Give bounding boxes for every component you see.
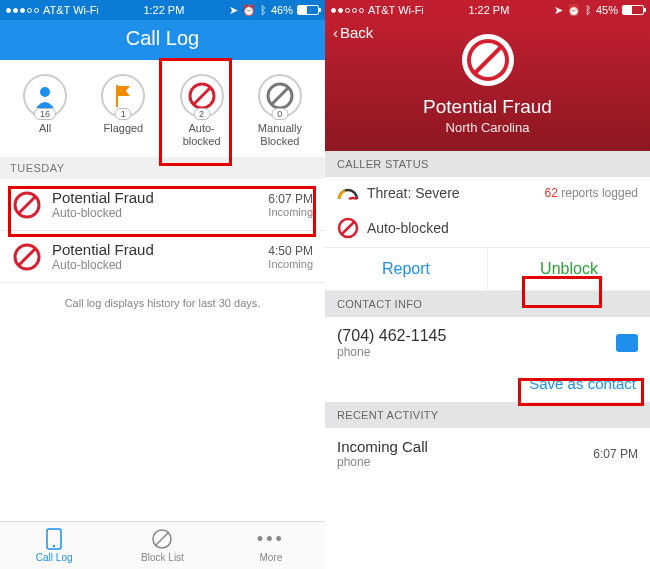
filter-manual-blocked[interactable]: 0 Manually Blocked xyxy=(245,74,315,147)
caller-detail-screen: AT&T Wi-Fi 1:22 PM ➤ ⏰ ᛒ 45% ‹Back Poten… xyxy=(325,0,650,569)
tab-bar: Call Log Block List ••• More xyxy=(0,521,325,569)
activity-row[interactable]: Incoming Call phone 6:07 PM xyxy=(325,428,650,479)
caller-location: North Carolina xyxy=(325,120,650,135)
bluetooth-icon: ᛒ xyxy=(260,4,267,16)
battery-icon xyxy=(297,5,319,15)
tab-block-list[interactable]: Block List xyxy=(108,522,216,569)
call-row[interactable]: Potential Fraud Auto-blocked 4:50 PM Inc… xyxy=(0,231,325,283)
section-recent-activity: RECENT ACTIVITY xyxy=(325,402,650,428)
gauge-icon xyxy=(337,185,359,201)
alarm-icon: ⏰ xyxy=(567,4,581,17)
more-icon: ••• xyxy=(257,529,285,550)
phone-icon xyxy=(46,528,62,550)
status-bar: AT&T Wi-Fi 1:22 PM ➤ ⏰ ᛒ 45% xyxy=(325,0,650,20)
blocked-gray-icon xyxy=(151,528,173,550)
svg-point-0 xyxy=(40,87,50,97)
blocked-gray-icon xyxy=(265,81,295,111)
filter-bar: 16 All 1 Flagged 2 Auto- blocked 0 Manua… xyxy=(0,60,325,157)
phone-row[interactable]: (704) 462-1145 phone xyxy=(325,317,650,369)
threat-row: Threat: Severe 62 reports logged xyxy=(325,177,650,209)
svg-rect-1 xyxy=(116,85,118,107)
svg-line-5 xyxy=(272,88,288,104)
blocked-icon xyxy=(337,217,359,239)
carrier-label: AT&T Wi-Fi xyxy=(368,4,424,16)
blocked-row: Auto-blocked xyxy=(325,209,650,247)
alarm-icon: ⏰ xyxy=(242,4,256,17)
section-contact-info: CONTACT INFO xyxy=(325,291,650,317)
unblock-button[interactable]: Unblock xyxy=(488,247,650,291)
phone-number: (704) 462-1145 xyxy=(337,327,616,345)
call-row[interactable]: Potential Fraud Auto-blocked 6:07 PM Inc… xyxy=(0,179,325,231)
clock: 1:22 PM xyxy=(468,4,509,16)
history-note: Call log displays history for last 30 da… xyxy=(0,283,325,323)
svg-point-11 xyxy=(53,545,55,547)
filter-all[interactable]: 16 All xyxy=(10,74,80,147)
page-title: Call Log xyxy=(0,20,325,60)
svg-line-7 xyxy=(19,197,35,213)
tab-call-log[interactable]: Call Log xyxy=(0,522,108,569)
chevron-left-icon: ‹ xyxy=(333,24,338,41)
battery-icon xyxy=(622,5,644,15)
status-bar: AT&T Wi-Fi 1:22 PM ➤ ⏰ ᛒ 46% xyxy=(0,0,325,20)
clock: 1:22 PM xyxy=(143,4,184,16)
filter-auto-blocked[interactable]: 2 Auto- blocked xyxy=(167,74,237,147)
filter-flagged[interactable]: 1 Flagged xyxy=(88,74,158,147)
back-button[interactable]: ‹Back xyxy=(333,24,373,41)
carrier-label: AT&T Wi-Fi xyxy=(43,4,99,16)
reports-count: 62 reports logged xyxy=(545,186,638,200)
svg-line-9 xyxy=(19,249,35,265)
flag-icon xyxy=(113,85,133,107)
battery-pct: 45% xyxy=(596,4,618,16)
blocked-icon xyxy=(187,81,217,111)
message-icon[interactable] xyxy=(616,334,638,352)
section-header-day: TUESDAY xyxy=(0,157,325,179)
bluetooth-icon: ᛒ xyxy=(585,4,592,16)
blocked-icon xyxy=(12,190,42,220)
svg-line-13 xyxy=(156,533,168,545)
blocked-icon xyxy=(460,32,516,88)
location-icon: ➤ xyxy=(229,4,238,17)
hero: ‹Back Potential Fraud North Carolina xyxy=(325,20,650,151)
call-log-screen: AT&T Wi-Fi 1:22 PM ➤ ⏰ ᛒ 46% Call Log 16… xyxy=(0,0,325,569)
caller-name: Potential Fraud xyxy=(325,96,650,118)
section-caller-status: CALLER STATUS xyxy=(325,151,650,177)
svg-line-3 xyxy=(194,88,210,104)
location-icon: ➤ xyxy=(554,4,563,17)
svg-line-18 xyxy=(342,222,354,234)
blocked-icon xyxy=(12,242,42,272)
save-contact-button[interactable]: Save as contact xyxy=(325,369,650,402)
person-icon xyxy=(33,84,57,108)
battery-pct: 46% xyxy=(271,4,293,16)
report-button[interactable]: Report xyxy=(325,247,488,291)
tab-more[interactable]: ••• More xyxy=(217,522,325,569)
